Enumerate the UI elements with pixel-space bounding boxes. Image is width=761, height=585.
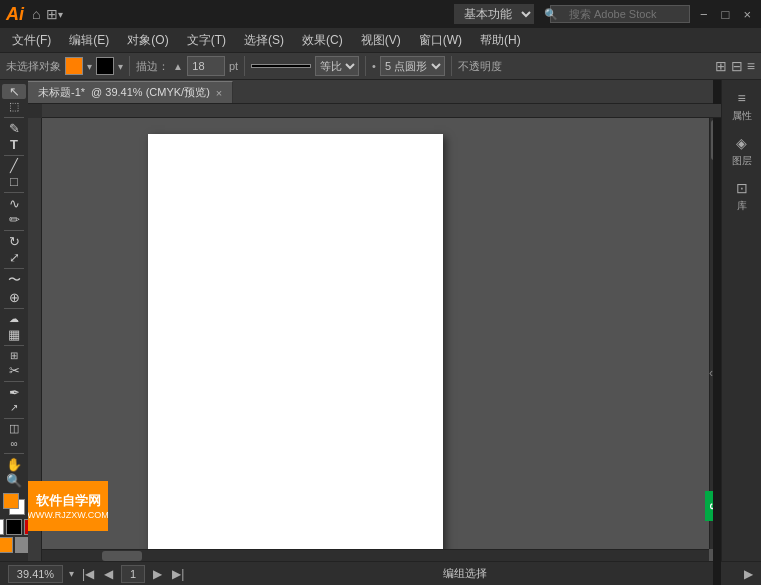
menu-view[interactable]: 视图(V) [353, 30, 409, 51]
status-bar: ▾ |◀ ◀ ▶ ▶| 编组选择 ▶ [0, 561, 761, 585]
nav-first-button[interactable]: |◀ [80, 567, 96, 581]
distribute-icon[interactable]: ⊟ [731, 58, 743, 74]
direct-select-button[interactable]: ⬚ [2, 100, 26, 114]
search-icon: 🔍 [544, 8, 558, 21]
zoom-dropdown-arrow[interactable]: ▾ [69, 568, 74, 579]
white-swatch[interactable] [0, 519, 4, 535]
menu-object[interactable]: 对象(O) [119, 30, 176, 51]
search-input[interactable] [550, 5, 690, 23]
symbol-sprayer-button[interactable]: ☁ [2, 312, 26, 326]
nav-prev-button[interactable]: ◀ [102, 567, 115, 581]
point-label: • [372, 60, 376, 72]
menu-edit[interactable]: 编辑(E) [61, 30, 117, 51]
page-number-input[interactable] [121, 565, 145, 583]
status-arrow-icon[interactable]: ▶ [744, 567, 753, 581]
no-selection-label: 未选择对象 [6, 59, 61, 74]
zoom-input[interactable] [8, 565, 63, 583]
layers-panel-button[interactable]: ◈ 图层 [723, 129, 761, 174]
libraries-label: 库 [737, 199, 747, 213]
type-tool-button[interactable]: T [2, 137, 26, 152]
column-graph-button[interactable]: ▦ [2, 327, 26, 342]
canvas-area: 未标题-1* @ 39.41% (CMYK/预览) × [28, 80, 721, 561]
toolbar: ↖ ⬚ ✎ T ╱ □ ∿ ✏ ↻ ⤢ 〜 ⊕ ☁ ▦ ⊞ ✂ ✒ ↗ ◫ ∞ … [0, 80, 28, 561]
watermark-text1: 软件自学网 [36, 492, 101, 510]
align-icon[interactable]: ⊞ [715, 58, 727, 74]
select-tool-button[interactable]: ↖ [2, 84, 26, 99]
status-text: 编组选择 [192, 566, 738, 581]
black-swatch[interactable] [6, 519, 22, 535]
horizontal-scrollbar[interactable] [42, 549, 709, 561]
right-panel: ‹ ≡ 属性 ◈ 图层 ⊡ 库 [721, 80, 761, 561]
swatch-arrow[interactable]: ▾ [87, 61, 92, 72]
canvas-wrap: 软件自学网 WWW.RJZXW.COM S [28, 104, 721, 561]
pencil-button[interactable]: ✏ [2, 212, 26, 227]
brush-select[interactable]: 5 点圆形 [380, 56, 445, 76]
orange-swatch[interactable] [0, 537, 13, 553]
fill-color-swatch[interactable] [3, 493, 19, 509]
warp-tool-button[interactable]: 〜 [2, 271, 26, 289]
stroke-size-input[interactable] [187, 56, 225, 76]
rotate-tool-button[interactable]: ↻ [2, 234, 26, 249]
free-transform-button[interactable]: ⊕ [2, 290, 26, 305]
menubar: 文件(F) 编辑(E) 对象(O) 文字(T) 选择(S) 效果(C) 视图(V… [0, 28, 761, 52]
fill-swatch[interactable] [65, 57, 83, 75]
blend-button[interactable]: ∞ [2, 436, 26, 450]
stroke-up-icon[interactable]: ▲ [173, 61, 183, 72]
pen-tool-button[interactable]: ✎ [2, 121, 26, 136]
measure-button[interactable]: ↗ [2, 401, 26, 415]
eraser-tool-button[interactable]: ✂ [2, 363, 26, 378]
tab-close-button[interactable]: × [216, 87, 222, 99]
layers-icon: ◈ [736, 135, 747, 151]
stroke-unit-label: pt [229, 60, 238, 72]
opacity-label: 不透明度 [458, 59, 502, 74]
panel-collapse-arrow[interactable]: ‹ [713, 80, 721, 585]
eyedropper-button[interactable]: ✒ [2, 385, 26, 400]
stroke-arrow[interactable]: ▾ [118, 61, 123, 72]
zoom-tool-button[interactable]: 🔍 [2, 473, 26, 488]
ruler-horizontal [42, 104, 721, 118]
hscrollbar-thumb[interactable] [102, 551, 142, 561]
stroke-swatch[interactable] [96, 57, 114, 75]
rect-tool-button[interactable]: □ [2, 174, 26, 189]
stroke-style-select[interactable]: 等比 [315, 56, 359, 76]
layers-label: 图层 [732, 154, 752, 168]
paintbrush-button[interactable]: ∿ [2, 196, 26, 211]
tab-info: @ 39.41% (CMYK/预览) [91, 85, 210, 100]
menu-select[interactable]: 选择(S) [236, 30, 292, 51]
menu-file[interactable]: 文件(F) [4, 30, 59, 51]
home-icon[interactable]: ⌂ [32, 6, 40, 22]
document-tab[interactable]: 未标题-1* @ 39.41% (CMYK/预览) × [28, 81, 233, 103]
nav-next-button[interactable]: ▶ [151, 567, 164, 581]
menu-effect[interactable]: 效果(C) [294, 30, 351, 51]
line-tool-button[interactable]: ╱ [2, 158, 26, 173]
options-icon[interactable]: ≡ [747, 58, 755, 74]
grid-arrow-icon[interactable]: ▾ [58, 9, 63, 20]
scale-tool-button[interactable]: ⤢ [2, 250, 26, 265]
gray-swatch[interactable] [15, 537, 28, 553]
properties-icon: ≡ [737, 90, 745, 106]
maximize-button[interactable]: □ [718, 7, 734, 22]
stroke-preview [251, 64, 311, 68]
properties-panel-button[interactable]: ≡ 属性 [723, 84, 761, 129]
watermark-text2: WWW.RJZXW.COM [28, 510, 109, 520]
slice-tool-button[interactable]: ⊞ [2, 348, 26, 362]
nav-last-button[interactable]: ▶| [170, 567, 186, 581]
hand-tool-button[interactable]: ✋ [2, 457, 26, 472]
artboard [148, 134, 443, 552]
libraries-panel-button[interactable]: ⊡ 库 [723, 174, 761, 219]
menu-window[interactable]: 窗口(W) [411, 30, 470, 51]
close-button[interactable]: × [739, 7, 755, 22]
menu-help[interactable]: 帮助(H) [472, 30, 529, 51]
menu-type[interactable]: 文字(T) [179, 30, 234, 51]
watermark: 软件自学网 WWW.RJZXW.COM [28, 481, 108, 531]
gradient-button[interactable]: ◫ [2, 422, 26, 436]
tab-bar: 未标题-1* @ 39.41% (CMYK/预览) × [28, 80, 721, 104]
workspace-select[interactable]: 基本功能 [454, 4, 534, 24]
tab-title: 未标题-1* [38, 85, 85, 100]
titlebar: Ai ⌂ ⊞ ▾ 基本功能 🔍 − □ × [0, 0, 761, 28]
grid-icon[interactable]: ⊞ [46, 6, 58, 22]
minimize-button[interactable]: − [696, 7, 712, 22]
tool-options-bar: 未选择对象 ▾ ▾ 描边： ▲ pt 等比 • 5 点圆形 不透明度 ⊞ ⊟ ≡ [0, 52, 761, 80]
main-area: ↖ ⬚ ✎ T ╱ □ ∿ ✏ ↻ ⤢ 〜 ⊕ ☁ ▦ ⊞ ✂ ✒ ↗ ◫ ∞ … [0, 80, 761, 561]
properties-label: 属性 [732, 109, 752, 123]
